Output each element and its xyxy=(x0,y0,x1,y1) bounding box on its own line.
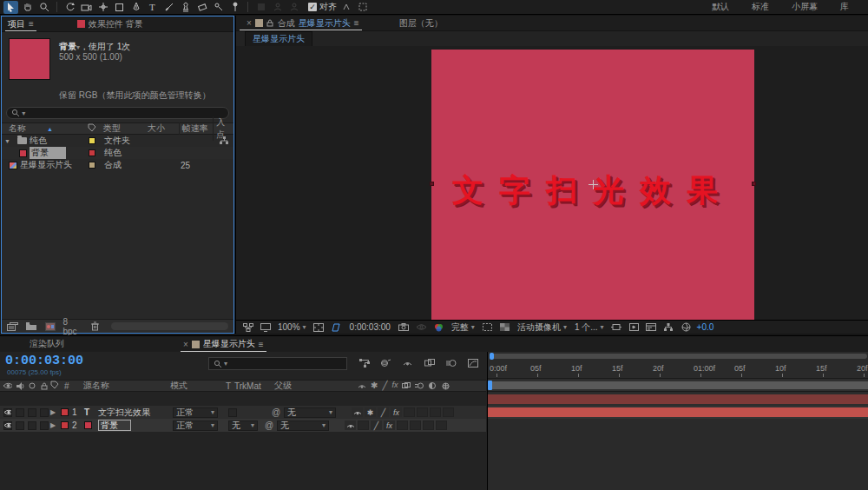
workspace-library[interactable]: 库 xyxy=(840,1,849,13)
folder-expand-icon[interactable]: ▼ xyxy=(4,138,15,144)
audio-toggle[interactable] xyxy=(16,421,24,430)
mode-dropdown[interactable]: 正常 ▾ xyxy=(173,407,218,418)
solo-toggle[interactable] xyxy=(28,421,36,430)
parent-dropdown[interactable]: 无 ▾ xyxy=(284,407,336,418)
interpret-footage-icon[interactable] xyxy=(7,321,19,332)
fx-switch[interactable]: fx xyxy=(391,407,402,417)
3d-column-icon[interactable] xyxy=(441,381,450,392)
time-ruler[interactable]: 0:00f05f10f15f20f01:00f05f10f15f20f02 xyxy=(488,361,868,379)
column-name[interactable]: 名称 xyxy=(9,122,26,135)
frame-blend-column-icon[interactable] xyxy=(402,381,411,392)
motion-blur-switch[interactable] xyxy=(410,420,421,430)
item-thumbnail[interactable] xyxy=(9,38,50,80)
layer-label-swatch[interactable] xyxy=(61,408,69,416)
label-column-icon[interactable] xyxy=(50,381,64,391)
tab-close-icon[interactable]: × xyxy=(183,340,188,349)
quality-switch[interactable]: ╱ xyxy=(378,407,389,417)
bit-depth-button[interactable]: 8 bpc xyxy=(63,317,82,336)
clone-stamp-tool-icon[interactable] xyxy=(178,1,193,14)
pixel-aspect-icon[interactable] xyxy=(610,321,623,333)
adjustment-switch[interactable] xyxy=(423,420,434,430)
workspace-small-screen[interactable]: 小屏幕 xyxy=(792,1,818,13)
motion-blur-column-icon[interactable] xyxy=(415,381,424,392)
work-area-bar[interactable] xyxy=(488,380,868,392)
camera-dropdown[interactable]: 活动摄像机 ▾ xyxy=(516,321,569,334)
expand-arrow-icon[interactable]: ▶ xyxy=(50,408,61,416)
roto-brush-tool-icon[interactable] xyxy=(211,1,226,14)
solo-toggle[interactable] xyxy=(28,408,36,417)
solo-icon[interactable] xyxy=(28,381,36,392)
project-row-comp[interactable]: 星爆显示片头 合成 25 xyxy=(2,159,233,171)
exposure-value[interactable]: +0.0 xyxy=(697,322,714,332)
fast-previews-icon[interactable] xyxy=(628,321,641,333)
layer-duration-bar-text[interactable] xyxy=(488,394,868,404)
fx-column-icon[interactable]: fx xyxy=(391,381,398,392)
layer-duration-bar-background[interactable] xyxy=(488,407,868,417)
mode-dropdown[interactable]: 正常 ▾ xyxy=(173,420,218,431)
work-area-start-handle[interactable] xyxy=(488,381,492,390)
camera-tool-icon[interactable] xyxy=(79,1,94,14)
exposure-icon[interactable] xyxy=(680,321,693,333)
layer-row-text[interactable]: ▶ 1 T 文字扫光效果 正常 ▾ @ 无 ▾ xyxy=(0,406,486,419)
frame-blend-switch[interactable] xyxy=(404,407,415,417)
timeline-menu-icon[interactable]: ≡ xyxy=(259,340,264,349)
navigator-handle[interactable] xyxy=(490,353,494,360)
lock-toggle[interactable] xyxy=(40,408,49,417)
time-navigator[interactable] xyxy=(488,353,868,360)
workspace-default[interactable]: 默认 xyxy=(712,1,729,13)
tab-timeline-comp[interactable]: × 星爆显示片头 ≡ xyxy=(177,336,270,352)
eye-toggle[interactable] xyxy=(3,408,12,417)
graph-editor-icon[interactable] xyxy=(466,357,479,368)
workspace-standard[interactable]: 标准 xyxy=(752,1,769,13)
lock-icon[interactable] xyxy=(266,17,274,29)
zoom-level-dropdown[interactable]: 100% ▾ xyxy=(276,322,308,332)
search-options-icon[interactable]: ▾ xyxy=(224,360,227,368)
monitor-icon[interactable] xyxy=(259,321,272,333)
view-name-button[interactable]: 星爆显示片头 xyxy=(245,31,312,47)
label-color-red[interactable] xyxy=(89,149,95,156)
collapse-column-icon[interactable]: ✱ xyxy=(371,381,378,392)
lock-icon[interactable] xyxy=(40,381,49,392)
adjustment-switch[interactable] xyxy=(430,407,441,417)
shy-switch[interactable] xyxy=(345,420,356,430)
view-layout-dropdown[interactable]: 1 个... ▾ xyxy=(573,321,606,334)
parent-pickwhip-icon[interactable]: @ xyxy=(272,407,284,417)
parent-dropdown[interactable]: 无 ▾ xyxy=(277,420,329,431)
panel-menu-icon[interactable]: ≡ xyxy=(29,19,34,29)
mask-visibility-icon[interactable] xyxy=(330,321,343,333)
resolution-dropdown[interactable]: 完整 ▾ xyxy=(450,321,477,334)
shy-switch[interactable] xyxy=(352,407,363,417)
zoom-tool-icon[interactable] xyxy=(36,1,51,14)
viewer-menu-icon[interactable]: ≡ xyxy=(354,18,359,28)
audio-icon[interactable] xyxy=(16,381,24,392)
show-snapshot-icon[interactable] xyxy=(415,321,428,333)
snap-checkbox-icon[interactable]: ✓ xyxy=(308,3,317,11)
parent-pickwhip-icon[interactable]: @ xyxy=(265,420,277,430)
trkmat-dropdown[interactable]: 无 ▾ xyxy=(228,420,258,431)
eraser-tool-icon[interactable] xyxy=(194,1,209,14)
brush-tool-icon[interactable] xyxy=(161,1,176,14)
selection-tool-icon[interactable] xyxy=(3,1,18,14)
background-solid[interactable]: 文字扫光效果 xyxy=(431,50,754,320)
audio-toggle[interactable] xyxy=(16,408,24,417)
quality-column-icon[interactable]: ╱ xyxy=(382,381,387,392)
comp-mini-flowchart-icon[interactable] xyxy=(358,357,371,368)
shape-tool-icon[interactable] xyxy=(112,1,127,14)
label-color-yellow[interactable] xyxy=(89,137,95,144)
eye-icon[interactable] xyxy=(3,381,12,392)
puppet-pin-tool-icon[interactable] xyxy=(227,1,242,14)
quality-switch[interactable]: ╱ xyxy=(371,420,382,430)
tab-project[interactable]: 项目 ≡ xyxy=(2,17,40,31)
snap-options-icon[interactable] xyxy=(339,1,353,14)
collapse-switch[interactable] xyxy=(358,420,369,430)
3d-switch[interactable] xyxy=(436,420,447,430)
type-tool-icon[interactable]: T xyxy=(145,1,160,14)
new-folder-icon[interactable] xyxy=(26,321,38,332)
region-of-interest-icon[interactable] xyxy=(481,321,494,333)
composition-canvas[interactable]: 文字扫光效果 xyxy=(236,46,868,320)
project-search-box[interactable]: ▾ xyxy=(6,107,229,119)
layer-row-background[interactable]: ▶ 2 背景 正常 ▾ 无 ▾ @ 无 ▾ xyxy=(0,419,486,432)
motion-blur-icon[interactable] xyxy=(444,357,457,368)
timeline-button-icon[interactable] xyxy=(645,321,658,333)
layer-label-swatch[interactable] xyxy=(61,421,69,429)
